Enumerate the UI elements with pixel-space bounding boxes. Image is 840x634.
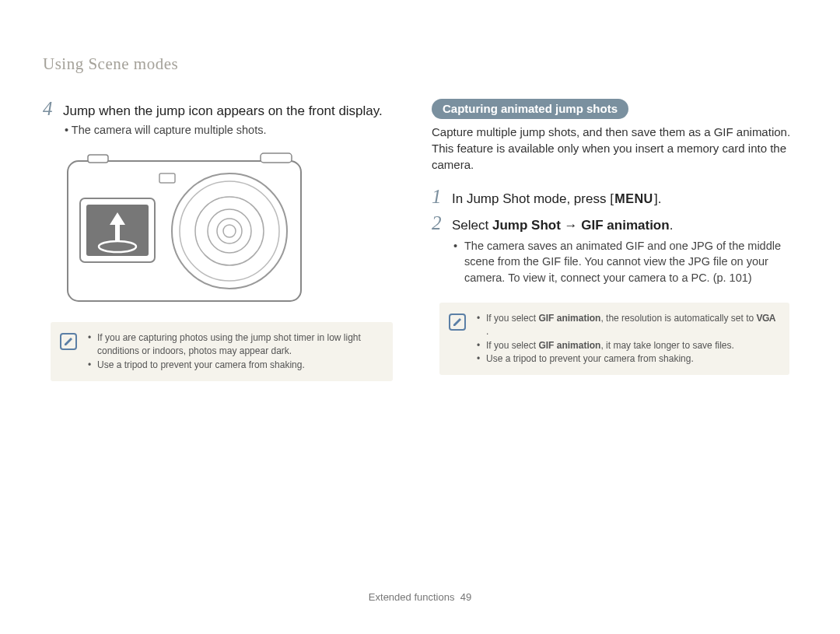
bold-text: GIF animation	[538, 340, 600, 351]
bold-text: GIF animation	[538, 313, 600, 324]
camera-illustration	[66, 152, 401, 306]
note-box-left: If you are capturing photos using the ju…	[51, 322, 393, 381]
note-list: If you select GIF animation, the resolut…	[477, 312, 777, 366]
bold-text: Jump Shot	[492, 218, 561, 233]
text-part: If you select	[486, 313, 538, 324]
note-item: If you select GIF animation, the resolut…	[477, 312, 777, 339]
bold-text: GIF animation	[581, 218, 669, 233]
note-item: If you are capturing photos using the ju…	[88, 331, 380, 359]
step-number: 4	[43, 99, 55, 118]
svg-rect-12	[159, 173, 175, 183]
step-text: In Jump Shot mode, press [MENU].	[452, 191, 661, 207]
note-icon	[60, 333, 77, 350]
step-sub-bullet: The camera saves an animated GIF and one…	[453, 238, 797, 285]
subsection-pill: Capturing animated jump shots	[432, 99, 628, 119]
text-part: , the resolution is automatically set to	[600, 313, 756, 324]
text-part: , it may take longer to save files.	[600, 340, 733, 351]
step-text: Jump when the jump icon appears on the f…	[63, 103, 383, 119]
right-column: Capturing animated jump shots Capture mu…	[432, 99, 797, 381]
vga-label: VGA	[757, 311, 776, 325]
step-number: 2	[432, 213, 444, 233]
arrow-icon: →	[561, 218, 581, 233]
note-item: Use a tripod to prevent your camera from…	[477, 352, 777, 366]
section-title: Using Scene modes	[43, 54, 797, 74]
step-2: 2 Select Jump Shot → GIF animation.	[432, 213, 797, 233]
pencil-icon	[64, 337, 73, 346]
menu-button-label: MENU	[614, 191, 653, 207]
text-part: .	[670, 218, 674, 233]
svg-rect-1	[88, 155, 108, 163]
note-list: If you are capturing photos using the ju…	[88, 331, 380, 372]
step-4: 4 Jump when the jump icon appears on the…	[43, 99, 401, 119]
note-icon	[449, 313, 466, 331]
footer-label: Extended functions	[369, 591, 455, 603]
text-part: Select	[452, 218, 492, 233]
footer-page-number: 49	[460, 591, 471, 603]
step-text: Select Jump Shot → GIF animation.	[452, 218, 673, 233]
columns: 4 Jump when the jump icon appears on the…	[43, 99, 797, 381]
page-footer: Extended functions 49	[43, 591, 797, 618]
step-1: 1 In Jump Shot mode, press [MENU].	[432, 187, 797, 207]
text-part: .	[486, 326, 488, 337]
step-sub-list: The camera saves an animated GIF and one…	[453, 238, 797, 285]
intro-paragraph: Capture multiple jump shots, and then sa…	[432, 124, 797, 173]
note-item: If you select GIF animation, it may take…	[477, 339, 777, 352]
left-column: 4 Jump when the jump icon appears on the…	[43, 99, 401, 381]
text-part: If you select	[486, 340, 538, 351]
note-box-right: If you select GIF animation, the resolut…	[439, 303, 789, 376]
text-part: In Jump Shot mode, press [	[452, 191, 614, 206]
svg-point-11	[223, 225, 236, 237]
step-number: 1	[432, 187, 444, 206]
note-item: Use a tripod to prevent your camera from…	[88, 359, 380, 372]
pencil-icon	[453, 317, 462, 327]
svg-rect-2	[261, 153, 292, 163]
step-sub-bullet: The camera will capture multiple shots.	[65, 124, 401, 136]
manual-page: Using Scene modes 4 Jump when the jump i…	[0, 0, 840, 634]
text-part: ].	[654, 191, 661, 206]
